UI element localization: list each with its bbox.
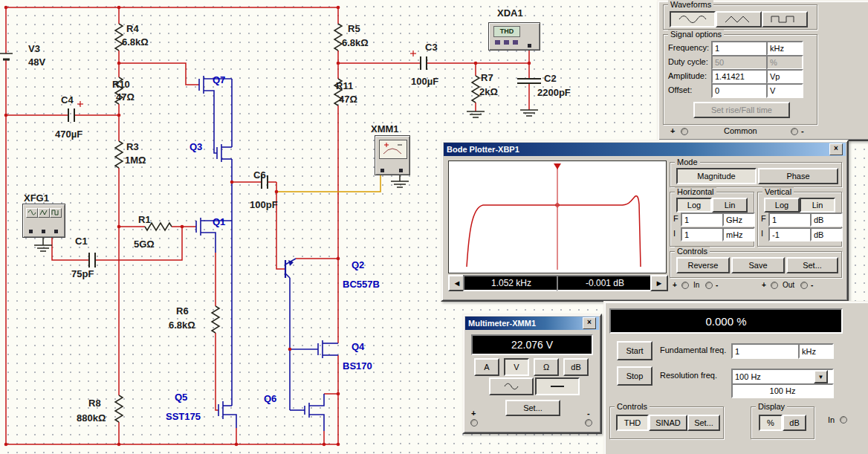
multimeter-titlebar[interactable]: Multimeter-XMM1 × xyxy=(465,317,599,330)
label-r1-ref[interactable]: R1 xyxy=(138,214,151,225)
label-r6-ref[interactable]: R6 xyxy=(176,305,189,317)
multimeter-plus-terminal[interactable] xyxy=(470,419,478,427)
label-r11-val[interactable]: 47Ω xyxy=(339,94,357,105)
sine-wave-button[interactable] xyxy=(670,11,716,27)
function-generator-panel[interactable]: Waveforms Signal options Frequency: kHz … xyxy=(657,0,868,141)
horizontal-lin-button[interactable]: Lin xyxy=(712,198,748,213)
db-button[interactable]: dB xyxy=(563,358,589,376)
bode-out-plus-terminal[interactable] xyxy=(771,282,778,289)
close-icon[interactable]: × xyxy=(829,143,843,155)
label-q1[interactable]: Q1 xyxy=(213,216,225,227)
label-q4-val[interactable]: BS170 xyxy=(343,360,372,372)
probe-wire-yellow[interactable] xyxy=(276,174,380,192)
multimeter-minus-terminal[interactable] xyxy=(585,419,592,427)
save-button[interactable]: Save xyxy=(731,257,785,273)
transistor-q4[interactable] xyxy=(290,340,338,358)
transistor-q6[interactable] xyxy=(290,394,324,431)
thd-button[interactable]: THD xyxy=(616,415,649,431)
label-r10-val[interactable]: 47Ω xyxy=(116,91,135,103)
transistor-q3[interactable] xyxy=(217,144,232,162)
label-r7-ref[interactable]: R7 xyxy=(481,72,493,83)
label-r10-ref[interactable]: R10 xyxy=(112,79,130,90)
start-button[interactable]: Start xyxy=(617,341,652,360)
bode-plotter-window[interactable]: Bode Plotter-XBP1 × ◄ 1.052 kHz -0.001 d… xyxy=(441,140,849,302)
horizontal-f-unit[interactable]: GHz xyxy=(722,213,755,227)
label-c3-val[interactable]: 100µF xyxy=(411,76,438,87)
label-xda1[interactable]: XDA1 xyxy=(497,7,523,19)
xda1-instrument-icon[interactable]: THD xyxy=(488,22,540,51)
reverse-button[interactable]: Reverse xyxy=(676,257,730,273)
label-c4-ref[interactable]: C4 xyxy=(61,94,74,106)
label-c6-val[interactable]: 100pF xyxy=(250,199,278,210)
label-q5-val[interactable]: SST175 xyxy=(166,411,201,422)
distortion-analyzer-panel[interactable]: 0.000 % Start Stop Fundamental freq. kHz… xyxy=(603,301,868,454)
label-r3-val[interactable]: 1MΩ xyxy=(125,155,146,166)
label-r6-val[interactable]: 6.8kΩ xyxy=(169,320,195,331)
sinad-button[interactable]: SINAD xyxy=(649,415,687,431)
cursor-right-button[interactable]: ► xyxy=(650,275,668,291)
amplitude-unit[interactable]: Vp xyxy=(766,69,803,84)
distortion-in-terminal[interactable] xyxy=(840,416,847,424)
label-c1-val[interactable]: 75pF xyxy=(71,268,94,279)
dc-mode-button[interactable] xyxy=(535,377,580,395)
label-q2-val[interactable]: BC557B xyxy=(343,279,380,290)
square-wave-button[interactable] xyxy=(762,11,808,27)
fundamental-freq-input[interactable] xyxy=(731,343,803,359)
vertical-i-unit[interactable]: dB xyxy=(810,227,843,241)
label-c6-ref[interactable]: C6 xyxy=(253,169,266,181)
fg-minus-terminal[interactable] xyxy=(791,128,798,135)
label-r4-val[interactable]: 6.8kΩ xyxy=(122,36,149,48)
bode-set-button[interactable]: Set... xyxy=(786,257,838,273)
amps-button[interactable]: A xyxy=(474,358,499,376)
label-c2-val[interactable]: 2200pF xyxy=(537,87,571,98)
label-q7[interactable]: Q7 xyxy=(213,74,225,85)
label-r11-ref[interactable]: R11 xyxy=(336,80,353,91)
label-c4-val[interactable]: 470µF xyxy=(55,129,82,140)
bode-plot-area[interactable] xyxy=(448,160,667,273)
label-c1-ref[interactable]: C1 xyxy=(75,236,88,247)
xfg1-instrument-icon[interactable] xyxy=(22,204,65,238)
label-v3-val[interactable]: 48V xyxy=(28,56,45,68)
horizontal-i-input[interactable] xyxy=(681,227,727,241)
xmm1-instrument-icon[interactable] xyxy=(375,135,410,175)
stop-button[interactable]: Stop xyxy=(617,366,652,386)
fg-plus-terminal[interactable] xyxy=(681,128,688,135)
triangle-wave-button[interactable] xyxy=(716,11,762,27)
bode-out-minus-terminal[interactable] xyxy=(800,282,808,289)
db-display-button[interactable]: dB xyxy=(783,415,806,431)
frequency-input[interactable] xyxy=(711,41,769,56)
horizontal-log-button[interactable]: Log xyxy=(676,198,712,213)
vertical-log-button[interactable]: Log xyxy=(764,198,800,213)
transistor-q7[interactable] xyxy=(199,76,232,153)
horizontal-i-unit[interactable]: mHz xyxy=(722,227,755,241)
amplitude-input[interactable] xyxy=(711,69,769,84)
label-q3[interactable]: Q3 xyxy=(190,141,202,152)
label-r5-ref[interactable]: R5 xyxy=(348,23,360,34)
label-r4-ref[interactable]: R4 xyxy=(126,23,139,34)
label-xmm1[interactable]: XMM1 xyxy=(371,123,399,134)
label-q5-ref[interactable]: Q5 xyxy=(175,392,187,403)
label-q2-ref[interactable]: Q2 xyxy=(352,259,364,270)
transistor-q5[interactable] xyxy=(218,401,236,428)
label-r5-val[interactable]: 6.8kΩ xyxy=(342,37,369,48)
bode-in-minus-terminal[interactable] xyxy=(705,282,713,289)
offset-input[interactable] xyxy=(711,83,769,98)
label-r7-val[interactable]: 2kΩ xyxy=(479,86,498,97)
multimeter-window[interactable]: Multimeter-XMM1 × 22.076 V A V Ω dB Set.… xyxy=(462,314,602,434)
magnitude-button[interactable]: Magnitude xyxy=(676,168,757,184)
label-q4-ref[interactable]: Q4 xyxy=(352,341,364,352)
resolution-freq-option[interactable]: 100 Hz xyxy=(731,383,834,398)
ohms-button[interactable]: Ω xyxy=(534,358,559,376)
frequency-unit[interactable]: kHz xyxy=(766,41,803,56)
vertical-lin-button[interactable]: Lin xyxy=(800,198,835,213)
phase-button[interactable]: Phase xyxy=(758,168,838,184)
blue-wires-transistors[interactable] xyxy=(196,76,338,431)
bode-cursor-handle-icon[interactable] xyxy=(554,163,561,169)
vertical-i-input[interactable] xyxy=(768,227,814,241)
multimeter-set-button[interactable]: Set... xyxy=(505,400,560,416)
label-r8-val[interactable]: 880kΩ xyxy=(77,412,106,424)
multisim-workspace[interactable]: V3 48V R4 6.8kΩ R10 47Ω R3 1MΩ C4 470µF … xyxy=(0,0,868,454)
ac-mode-button[interactable] xyxy=(489,377,534,395)
bode-in-plus-terminal[interactable] xyxy=(681,282,689,289)
bode-titlebar[interactable]: Bode Plotter-XBP1 × xyxy=(444,143,846,156)
